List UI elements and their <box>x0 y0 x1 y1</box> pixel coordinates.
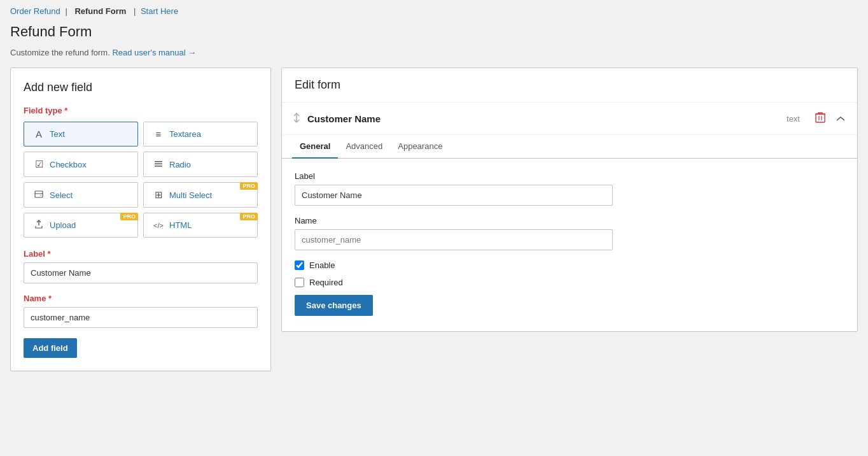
add-field-title: Add new field <box>24 81 258 94</box>
enable-checkbox[interactable] <box>295 260 304 270</box>
edit-form-body: Label Name Enable Required Save changes <box>282 159 857 331</box>
main-content: Add new field Field type * A Text ≡ Text… <box>0 68 868 381</box>
save-changes-button[interactable]: Save changes <box>295 295 373 316</box>
field-row-type: text <box>787 114 800 124</box>
field-type-radio-label: Radio <box>169 160 191 169</box>
sort-arrows-icon[interactable] <box>292 112 301 125</box>
page-description: Customize the refund form. Read user's m… <box>0 45 868 68</box>
field-type-radio[interactable]: Radio <box>143 152 258 177</box>
required-row: Required <box>295 278 844 287</box>
field-type-html[interactable]: PRO </> HTML <box>143 213 258 238</box>
manual-link[interactable]: Read user's manual → <box>112 48 196 57</box>
edit-label-group: Label <box>295 171 844 206</box>
field-type-html-label: HTML <box>169 220 192 230</box>
enable-row: Enable <box>295 260 844 270</box>
field-type-text[interactable]: A Text <box>24 122 138 146</box>
field-type-multiselect[interactable]: PRO ⊞ Multi Select <box>143 182 258 208</box>
name-input[interactable] <box>24 307 258 328</box>
multiselect-icon: ⊞ <box>153 189 164 201</box>
field-type-textarea-label: Textarea <box>169 129 201 139</box>
edit-form-panel: Edit form Customer Name text <box>281 68 858 332</box>
add-field-button[interactable]: Add field <box>24 338 77 358</box>
field-type-checkbox[interactable]: ☑ Checkbox <box>24 152 138 177</box>
edit-tabs: General Advanced Appearance <box>282 135 857 159</box>
checkbox-icon: ☑ <box>33 159 45 170</box>
pro-badge-upload: PRO <box>120 213 138 220</box>
upload-icon <box>33 220 45 231</box>
select-icon <box>33 190 45 201</box>
label-group: Label * <box>24 249 258 283</box>
breadcrumb: Order Refund | Refund Form | Start Here <box>0 0 868 20</box>
pro-badge-html: PRO <box>240 213 258 220</box>
edit-form-title: Edit form <box>282 68 857 103</box>
textarea-icon: ≡ <box>153 129 164 139</box>
field-type-textarea[interactable]: ≡ Textarea <box>143 122 258 146</box>
tab-general[interactable]: General <box>292 135 338 159</box>
edit-label-input[interactable] <box>295 185 613 206</box>
required-checkbox[interactable] <box>295 278 304 287</box>
label-field-label: Label * <box>24 249 258 259</box>
svg-rect-0 <box>155 161 162 162</box>
edit-name-group: Name <box>295 216 844 250</box>
svg-rect-5 <box>816 114 825 122</box>
label-input[interactable] <box>24 262 258 283</box>
delete-field-button[interactable] <box>813 110 828 127</box>
name-field-label: Name * <box>24 294 258 303</box>
field-type-text-label: Text <box>50 129 65 139</box>
add-field-panel: Add new field Field type * A Text ≡ Text… <box>10 68 271 371</box>
edit-name-input[interactable] <box>295 229 613 250</box>
field-row-name: Customer Name <box>307 113 780 124</box>
pro-badge-multiselect: PRO <box>240 182 258 190</box>
field-type-select-label: Select <box>50 190 73 200</box>
breadcrumb-refund-form: Refund Form <box>74 6 126 16</box>
page-header: Refund Form <box>0 20 868 45</box>
collapse-field-button[interactable] <box>834 112 847 125</box>
required-label: Required <box>309 278 343 287</box>
radio-icon <box>153 159 164 170</box>
breadcrumb-order-refund[interactable]: Order Refund <box>10 6 60 16</box>
svg-rect-2 <box>155 166 162 167</box>
html-icon: </> <box>153 222 164 229</box>
page-title: Refund Form <box>10 24 858 40</box>
name-group: Name * <box>24 294 258 328</box>
svg-rect-3 <box>35 191 43 197</box>
field-type-grid: A Text ≡ Textarea ☑ Checkbox <box>24 122 258 238</box>
breadcrumb-start-here[interactable]: Start Here <box>141 6 178 16</box>
field-type-label: Field type * <box>24 106 258 115</box>
field-type-multiselect-label: Multi Select <box>169 190 212 200</box>
field-row: Customer Name text <box>282 103 857 135</box>
field-type-select[interactable]: Select <box>24 182 138 208</box>
tab-advanced[interactable]: Advanced <box>338 135 390 159</box>
tab-appearance[interactable]: Appearance <box>390 135 450 159</box>
enable-label: Enable <box>309 260 335 270</box>
edit-name-label: Name <box>295 216 844 225</box>
edit-label-label: Label <box>295 171 844 181</box>
text-icon: A <box>33 129 45 139</box>
svg-rect-1 <box>155 163 162 164</box>
field-type-upload[interactable]: PRO Upload <box>24 213 138 238</box>
field-type-upload-label: Upload <box>50 220 76 230</box>
field-type-checkbox-label: Checkbox <box>50 160 87 169</box>
